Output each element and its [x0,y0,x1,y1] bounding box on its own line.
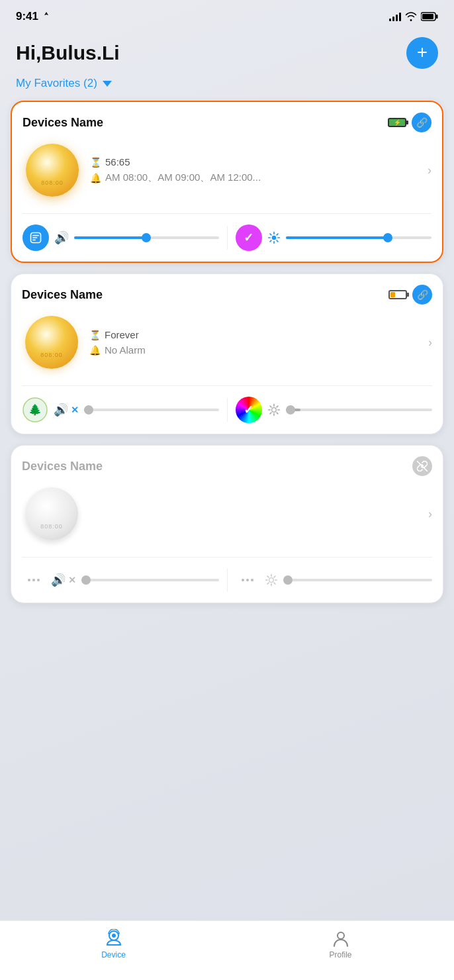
card-1-title: Devices Name [23,116,103,130]
check-icon-1: ✓ [244,230,253,245]
volume-thumb-3[interactable] [81,575,91,585]
alarm-icon-2: 🔔 [89,345,101,356]
volume-mute-icon-2: 🔊 [54,403,68,417]
dot-1 [28,579,30,581]
charging-bolt-icon: ⚡ [389,119,405,126]
dot-4 [242,579,244,581]
color-button-1[interactable]: ✓ [236,224,262,251]
card-2-divider [22,385,432,386]
card-1-divider [23,213,431,214]
volume-mute-icon-3: 🔊 [51,573,66,587]
volume-thumb-1[interactable] [142,233,151,242]
card-1-info: 808:00 ⏳ 56:65 🔔 AM 08:00、AM 09:00、AM 12… [23,140,431,208]
alarm-row-3 [89,516,420,528]
svg-line-15 [277,234,278,235]
card-1-header: Devices Name ⚡ 🔗 [23,113,431,132]
sleep-mode-button-1[interactable] [23,224,49,251]
lamp-base-text-3: 808:00 [40,523,63,530]
device-icon [105,929,123,948]
card-2-title: Devices Name [22,288,103,302]
card-1-right-control: ✓ [228,224,432,251]
card-2-info: 808:00 ⏳ Forever 🔔 No Alarm › [22,313,432,380]
svg-point-18 [271,408,276,413]
profile-icon [332,929,350,948]
lamp-globe-1: 808:00 [26,144,79,197]
greeting-text: Hi,Bulus.Li [16,42,120,64]
volume-fill-1 [74,236,146,239]
lamp-globe-2: 808:00 [25,316,78,369]
card-3-left-control: 🔊 ✕ [22,568,227,592]
chevron-right-3[interactable]: › [428,507,432,521]
brightness-thumb-3[interactable] [283,575,293,585]
nav-device[interactable]: Device [0,929,227,959]
card-1-details: ⏳ 56:65 🔔 AM 08:00、AM 09:00、AM 12:00... [90,156,420,184]
svg-point-7 [271,236,276,240]
volume-slider-3[interactable] [81,579,219,581]
brightness-slider-2[interactable] [286,409,433,411]
brightness-slider-1[interactable] [286,236,432,239]
timer-row-3 [89,500,420,512]
link-icon-3[interactable] [412,456,432,476]
dot-3 [37,579,40,581]
status-time: 9:41 [16,10,38,23]
card-2-icons: 🔗 [388,285,432,305]
sleep-icon-1 [29,231,42,244]
brightness-icon-2 [267,403,281,416]
brightness-thumb-2[interactable] [286,405,295,415]
brightness-icon-1 [267,231,281,244]
chevron-down-icon [103,81,112,87]
brightness-fill-1 [286,236,388,239]
unlink-icon-3 [416,460,428,472]
lamp-globe-3: 808:00 [25,487,78,540]
profile-nav-icon [332,929,350,948]
device-nav-icon [105,929,123,948]
svg-point-38 [112,934,116,938]
card-2-details: ⏳ Forever 🔔 No Alarm [89,329,420,356]
nature-mode-button-2[interactable]: 🌲 [22,397,48,423]
color-button-2[interactable]: ✓ [236,397,262,423]
add-button[interactable]: + [406,37,438,69]
svg-text:🌲: 🌲 [28,403,42,416]
plus-icon: + [417,43,428,62]
battery-charging-icon: ⚡ [388,118,406,127]
svg-line-13 [277,240,278,242]
dots-mode-3 [22,568,46,592]
link-icon-1[interactable]: 🔗 [412,113,431,132]
card-2-controls: 🌲 🔊 ✕ ✓ [22,391,432,423]
volume-icon-1: 🔊 [54,230,69,245]
status-icons [389,12,438,21]
svg-point-39 [338,932,344,939]
device-3-image: 808:00 [22,484,81,544]
brightness-icon-3 [265,573,278,587]
mute-x-icon-2: ✕ [71,405,79,415]
signal-bars-icon [389,12,401,21]
favorites-row[interactable]: My Favorites (2) [0,74,454,101]
status-bar: 9:41 [0,0,454,29]
battery-low-fill [390,292,395,297]
check-icon-2: ✓ [244,403,253,417]
chevron-right-1[interactable]: › [428,164,431,177]
hourglass-icon-2: ⏳ [89,330,101,340]
volume-thumb-2[interactable] [84,405,93,415]
volume-slider-2[interactable] [84,409,219,411]
brightness-thumb-1[interactable] [383,233,392,242]
nav-profile[interactable]: Profile [227,929,454,959]
card-2-left-control: 🌲 🔊 ✕ [22,397,227,423]
link-icon-2[interactable]: 🔗 [412,285,432,305]
battery-status-icon [421,12,438,21]
favorites-label: My Favorites (2) [16,77,97,90]
link-symbol-2-icon: 🔗 [417,289,428,300]
svg-point-28 [269,578,273,583]
brightness-slider-3[interactable] [283,579,433,581]
svg-line-35 [267,583,269,584]
volume-slider-1[interactable] [74,236,219,239]
card-2-header: Devices Name 🔗 [22,285,432,305]
timer-text-1: 56:65 [105,156,130,168]
card-2-right-control: ✓ [228,397,433,423]
device-card-1: Devices Name ⚡ 🔗 808:00 ⏳ [11,101,443,263]
dot-6 [251,579,253,581]
nature-icon-2: 🌲 [23,397,48,422]
device-2-image: 808:00 [22,313,81,372]
card-3-right-control [228,568,433,592]
chevron-right-2[interactable]: › [428,336,432,350]
